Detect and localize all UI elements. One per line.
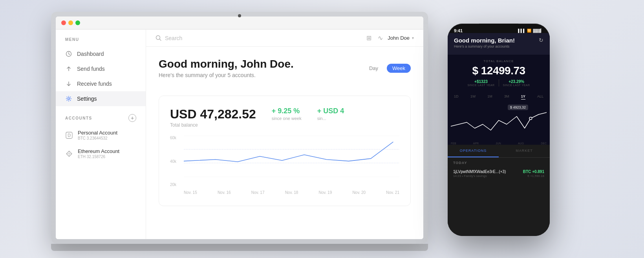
account-item-personal[interactable]: Personal Account BTC 3.23644532 (56, 126, 146, 144)
svg-point-14 (530, 118, 532, 120)
phone-chart-area: $ 4923,32 (448, 103, 550, 142)
phone-tx-meta: 14:23 • Family's savings (453, 174, 506, 178)
top-bar-icons: ⊞ ∿ (366, 34, 383, 42)
phone-tab-all[interactable]: ALL (537, 94, 543, 100)
traffic-light-yellow[interactable] (68, 20, 73, 25)
personal-account-sub: BTC 3.23644532 (78, 136, 117, 140)
sidebar-item-receive-funds[interactable]: Receive funds (56, 76, 146, 91)
x-label-nov16: Nov. 16 (218, 190, 231, 195)
phone-change-pct: +23.29% SINCE LAST YEAR (499, 79, 534, 87)
phone-change-pct-label: SINCE LAST YEAR (503, 84, 530, 87)
laptop-camera (238, 14, 241, 17)
y-label-40k: 40k (170, 159, 176, 164)
greeting-title: Good morning, John Doe. (159, 58, 294, 70)
sidebar-item-send-funds[interactable]: Send funds (56, 61, 146, 76)
chart-stats: USD 47,282.52 Total balance + 9.25 % sin… (170, 107, 399, 128)
clock-icon (65, 50, 72, 57)
phone-notch (479, 24, 518, 32)
search-area[interactable]: Search (156, 35, 362, 41)
chart-card: USD 47,282.52 Total balance + 9.25 % sin… (159, 96, 411, 206)
phone-balance-changes: +$1323 SINCE LAST YEAR +23.29% SINCE LAS… (454, 79, 543, 87)
phone-change-amount-label: SINCE LAST YEAR (467, 84, 494, 87)
phone-change-pct-value: +23.29% (503, 79, 530, 84)
phone-tx-left: 1jLVpwtNMfXWadEe3rE...(+3) 14:23 • Famil… (453, 170, 506, 178)
phone-period-tabs: 1D 1W 1M 3M 1Y ALL (448, 91, 550, 103)
arrow-up-icon (65, 65, 72, 72)
laptop-titlebar (56, 17, 423, 29)
change-val-label: sin... (317, 116, 344, 121)
phone-tab-1m[interactable]: 1M (487, 94, 492, 100)
greeting-sub: Here's the summary of your 5 accounts. (159, 72, 294, 78)
phone-balance-value: $ 12499.73 (454, 64, 543, 77)
x-label-nov19: Nov. 19 (319, 190, 332, 195)
phone-tab-3m[interactable]: 3M (504, 94, 509, 100)
search-placeholder: Search (165, 35, 182, 41)
sidebar-item-dashboard[interactable]: Dashboard (56, 46, 146, 61)
sidebar: MENU Dashboard (56, 29, 146, 239)
traffic-light-green[interactable] (75, 20, 80, 25)
phone-balance-section: TOTAL BALANCE $ 12499.73 +$1323 SINCE LA… (448, 55, 550, 91)
x-label-feb: FEB (451, 142, 456, 145)
x-label-nov17: Nov. 17 (251, 190, 265, 195)
user-name: John Doe (388, 35, 410, 41)
wifi-icon: 🛜 (527, 29, 531, 33)
y-labels: 60k 40k 20k (170, 136, 176, 187)
period-tab-day[interactable]: Day (364, 64, 384, 73)
phone-bottom-tabs: OPERATIONS MARKET (448, 145, 550, 158)
phone-greeting: Good morning, Brian! (454, 37, 515, 44)
activity-icon[interactable]: ∿ (378, 34, 383, 42)
phone-time: 9:41 (454, 28, 463, 33)
x-label-jun: JUN (496, 142, 501, 145)
search-icon (156, 35, 162, 41)
phone-chart-tooltip: $ 4923,32 (508, 105, 528, 110)
svg-point-1 (68, 98, 70, 100)
phone-today-label: TODAY (448, 158, 550, 166)
x-label-nov15: Nov. 15 (184, 190, 197, 195)
phone-transaction[interactable]: 1jLVpwtNMfXWadEe3rE...(+3) 14:23 • Famil… (448, 166, 550, 181)
period-tab-week[interactable]: Week (387, 64, 411, 73)
add-account-button[interactable]: + (128, 114, 136, 122)
signal-icon: ▌▌▌ (518, 29, 525, 33)
total-balance-label: Total balance (170, 122, 256, 128)
sidebar-receive-label: Receive funds (77, 81, 112, 87)
x-label-nov21: Nov. 21 (386, 190, 399, 195)
phone-tx-address: 1jLVpwtNMfXWadEe3rE...(+3) (453, 170, 506, 174)
line-chart (184, 136, 399, 177)
main-content: Search ⊞ ∿ John Doe ▾ (146, 29, 423, 239)
phone: 9:41 ▌▌▌ 🛜 ▓▓▓▏ Good morning, Brian! Her… (448, 24, 550, 236)
stat-change-val: + USD 4 sin... (317, 107, 344, 121)
stat-main: USD 47,282.52 Total balance (170, 107, 256, 128)
phone-tx-amount: BTC +0.891 (523, 170, 544, 174)
x-label-nov18: Nov. 18 (285, 190, 298, 195)
diamond-icon (65, 150, 73, 158)
phone-tab-market[interactable]: MARKET (499, 145, 550, 157)
ethereum-account-sub: ETH 32.158726 (78, 155, 119, 159)
refresh-icon[interactable]: ↻ (539, 37, 543, 43)
phone-tab-1y[interactable]: 1Y (521, 94, 525, 100)
phone-tab-operations[interactable]: OPERATIONS (448, 145, 499, 157)
phone-change-amount: +$1323 SINCE LAST YEAR (463, 79, 499, 87)
phone-balance-label: TOTAL BALANCE (454, 59, 543, 63)
chart-x-labels: Nov. 15 Nov. 16 Nov. 17 Nov. 18 Nov. 19 … (184, 190, 399, 195)
account-item-ethereum[interactable]: Ethereum Account ETH 32.158726 (56, 144, 146, 163)
y-label-20k: 20k (170, 182, 176, 187)
phone-chart-xlabels: FEB APR JUN AUG DEC (448, 142, 550, 145)
clipboard-icon[interactable]: ⊞ (366, 34, 371, 42)
user-badge[interactable]: John Doe ▾ (388, 35, 414, 41)
change-pct-value: + 9.25 % (272, 107, 302, 115)
phone-tab-1d[interactable]: 1D (454, 94, 459, 100)
battery-icon: ▓▓▓▏ (533, 29, 543, 33)
x-label-nov20: Nov. 20 (352, 190, 366, 195)
total-balance-value: USD 47,282.52 (170, 107, 256, 122)
svg-point-6 (156, 35, 160, 39)
gear-icon (65, 95, 72, 102)
sidebar-item-settings[interactable]: Settings (56, 91, 146, 106)
x-label-dec: DEC (541, 142, 547, 145)
laptop-screen: MENU Dashboard (56, 17, 423, 239)
phone-tab-1w[interactable]: 1W (470, 94, 476, 100)
sidebar-send-label: Send funds (77, 66, 105, 72)
period-row: Good morning, John Doe. Here's the summa… (159, 58, 411, 88)
bitcoin-icon (65, 131, 73, 139)
traffic-light-red[interactable] (61, 20, 66, 25)
y-label-60k: 60k (170, 136, 176, 140)
